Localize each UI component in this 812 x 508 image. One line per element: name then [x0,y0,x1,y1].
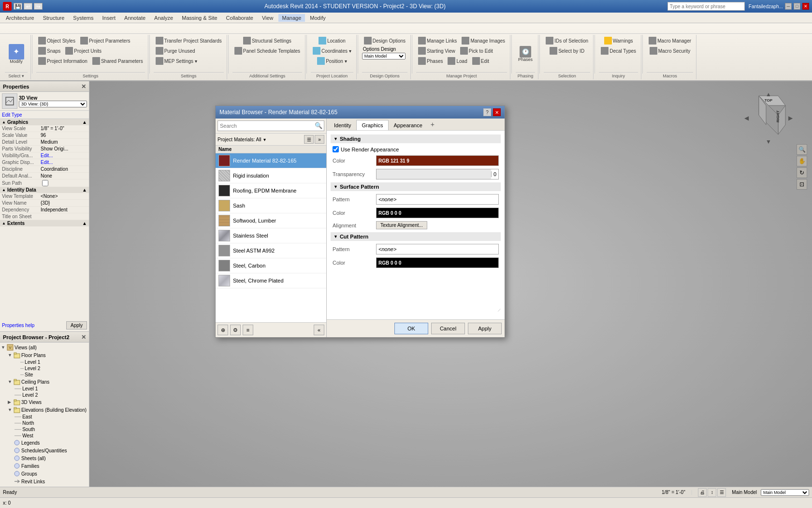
close-btn[interactable]: ✕ [802,3,809,10]
material-item-stainless[interactable]: Stainless Steel [216,228,326,243]
project-info-btn[interactable]: Project Information [36,56,89,66]
menu-insert[interactable]: Insert [99,14,120,22]
sun-path-checkbox[interactable] [42,180,48,186]
edit-type-link[interactable]: Edit Type [2,112,22,118]
tree-floor-plans[interactable]: ▼ Floor Plans [8,351,88,359]
tab-identity[interactable]: Identity [329,120,356,130]
tree-ceiling-plans[interactable]: ▼ Ceiling Plans [8,378,88,386]
tree-west[interactable]: ──West [14,433,88,439]
menu-massing[interactable]: Massing & Site [178,14,221,22]
menu-annotate[interactable]: Annotate [120,14,149,22]
properties-close-btn[interactable]: ✕ [81,83,86,90]
material-search-input[interactable] [218,120,324,131]
load-btn[interactable]: Load [446,56,469,66]
maximize-btn[interactable]: □ [794,3,800,10]
tree-schedules[interactable]: ▶ Schedules/Quantities [8,447,88,454]
model-view-btn[interactable]: ☰ [717,488,726,497]
menu-manage[interactable]: Manage [278,14,305,22]
tree-site-plan[interactable]: ─ ─ Site [14,372,88,378]
project-units-btn[interactable]: Project Units [63,46,103,56]
menu-structure[interactable]: Structure [39,14,69,22]
material-item-softwood[interactable]: Softwood, Lumber [216,213,326,228]
identity-data-section[interactable]: Identity Data ▲ [0,187,89,193]
object-styles-btn[interactable]: Object Styles [36,36,77,45]
tree-families[interactable]: ▶ Families [8,462,88,470]
surface-pattern-section[interactable]: Surface Pattern [331,182,501,191]
coordinates-btn[interactable]: Coordinates ▾ [311,46,353,56]
select-by-id-btn[interactable]: Select by ID [548,46,586,56]
tab-appearance[interactable]: Appearance [389,120,428,130]
shared-params-btn[interactable]: Shared Parameters [90,56,145,66]
model-selector[interactable]: Main Model [761,489,809,496]
shading-color-swatch[interactable]: RGB 121 31 9 [376,155,499,166]
expand-list-btn[interactable]: » [315,135,324,144]
snaps-btn[interactable]: Snaps [36,46,62,56]
starting-view-btn[interactable]: Starting View [416,46,457,56]
search-input[interactable] [667,2,745,11]
list-view-btn[interactable]: ☰ [304,135,314,144]
macro-manager-btn[interactable]: Macro Manager [647,36,693,45]
properties-help-link[interactable]: Properties help [2,323,34,328]
menu-architecture[interactable]: Architecture [2,14,38,22]
type-selector-dropdown[interactable]: 3D View: (3D) [19,101,87,107]
collapse-panel-btn[interactable]: « [314,325,324,335]
tree-level1-plan[interactable]: ─ ─ Level 1 [14,359,88,365]
cut-color-swatch[interactable]: RGB 0 0 0 [376,257,499,268]
tab-graphics[interactable]: Graphics [356,120,388,130]
tree-north[interactable]: ──North [14,420,88,426]
quick-access-redo[interactable]: ↪ [34,3,43,10]
tree-sheets[interactable]: ▶ Sheets (all) [8,454,88,462]
material-item-roofing[interactable]: Roofing, EPDM Membrane [216,183,326,198]
panel-schedule-btn[interactable]: Panel Schedule Templates [232,46,302,56]
tree-view[interactable]: ▼ V Views (all) ▼ Floor Plans ─ ─ [0,343,89,487]
dialog-help-btn[interactable]: ? [483,108,491,116]
material-list-view-btn[interactable]: ≡ [243,325,253,335]
dialog-close-btn[interactable]: ✕ [493,108,501,116]
cut-pattern-selector[interactable]: <none> [376,244,499,254]
edit-btn[interactable]: Edit [470,56,491,66]
resize-handle[interactable]: ⟋ [497,307,503,313]
print-btn[interactable]: 🖨 [698,488,707,497]
tree-3d-views[interactable]: ▶ 3D Views [8,398,88,406]
tree-groups[interactable]: ▶ Groups [8,470,88,478]
project-browser-close-btn[interactable]: ✕ [81,334,86,341]
position-btn[interactable]: Position ▾ [315,56,348,66]
phases-big-btn[interactable]: 🕐 Phases [516,45,535,64]
shading-section-header[interactable]: Shading [331,134,501,143]
design-options-btn[interactable]: Design Options [362,36,407,45]
quick-access-undo[interactable]: ↩ [24,3,32,10]
sync-btn[interactable]: ↕ [708,488,716,497]
cancel-btn[interactable]: Cancel [431,323,465,334]
purge-btn[interactable]: Purge Unused [154,46,197,56]
modify-btn[interactable]: ✦ Modify [6,43,27,66]
tree-legends[interactable]: ▶ Legends [8,439,88,447]
warnings-btn[interactable]: Warnings [602,36,635,45]
menu-analyze[interactable]: Analyze [150,14,177,22]
project-parameters-btn[interactable]: Project Parameters [78,36,132,45]
minimize-btn[interactable]: ─ [785,3,792,10]
material-item-steel-carbon[interactable]: Steel, Carbon [216,258,326,273]
filter-dropdown-arrow[interactable]: ▾ [263,137,266,142]
extents-section[interactable]: Extents ▲ [0,220,89,226]
material-item-steel-chrome[interactable]: Steel, Chrome Plated [216,273,326,288]
macro-security-btn[interactable]: Macro Security [648,46,693,56]
mep-settings-btn[interactable]: MEP Settings ▾ [154,56,199,66]
pick-to-edit-btn[interactable]: Pick to Edit [458,46,495,56]
menu-systems[interactable]: Systems [69,14,97,22]
material-item-rigid[interactable]: Rigid insulation [216,168,326,183]
material-item-render[interactable]: Render Material 82-82-165 [216,153,326,168]
location-btn[interactable]: Location [317,36,348,45]
surface-color-swatch[interactable]: RGB 0 0 0 [376,208,499,218]
manage-links-btn[interactable]: Manage Links [416,36,459,45]
structural-settings-btn[interactable]: Structural Settings [241,36,293,45]
tree-ceiling-l1[interactable]: ── Level 1 [14,386,88,392]
tree-ceiling-l2[interactable]: ── Level 2 [14,392,88,398]
graphics-section[interactable]: Graphics ▲ [0,119,89,125]
material-item-steel-astm[interactable]: Steel ASTM A992 [216,243,326,258]
use-render-appearance-checkbox[interactable] [333,146,339,152]
tab-add-btn[interactable]: + [428,119,437,130]
transfer-standards-btn[interactable]: Transfer Project Standards [154,36,224,45]
cut-pattern-section[interactable]: Cut Pattern [331,232,501,241]
tree-views-all[interactable]: ▼ V Views (all) [1,344,88,351]
material-item-sash[interactable]: Sash [216,198,326,213]
